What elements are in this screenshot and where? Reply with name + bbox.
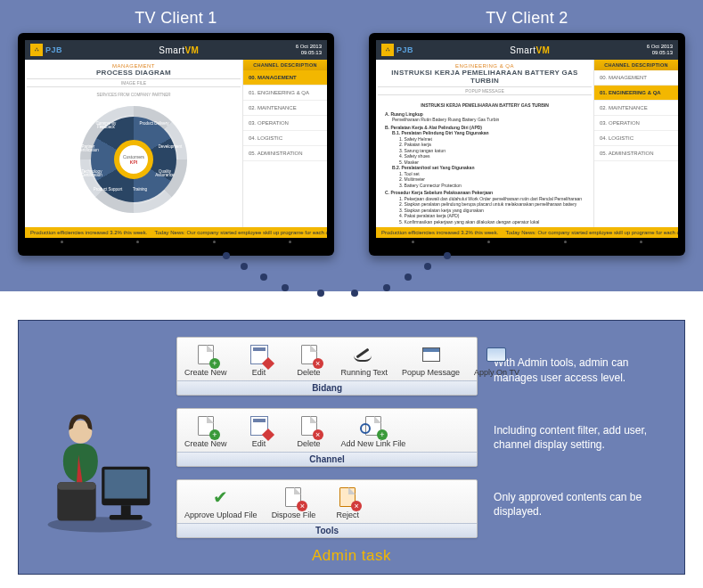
tv2-channel-list: CHANNEL DESCRIPTION 00. MANAGEMENT 01. E…	[593, 60, 678, 227]
admin-text: With Admin tools, admin can manages user…	[494, 355, 665, 384]
create-new-button[interactable]: +Create New	[177, 409, 234, 452]
channel-header: CHANNEL DESCRIPTION	[594, 60, 678, 70]
svg-rect-6	[57, 483, 95, 491]
doc-del-icon: ×	[298, 343, 321, 366]
tv-client-1: TV Client 1 ∴ PJB SmartVM 6 Oct 2013 09:…	[18, 9, 334, 256]
doc-link-icon: +	[362, 414, 385, 437]
channel-item[interactable]: 04. LOGISTIC	[594, 131, 678, 146]
button-label: Dispose File	[272, 510, 316, 519]
tv-clients-section: TV Client 1 ∴ PJB SmartVM 6 Oct 2013 09:…	[0, 0, 703, 291]
tv1-main: MANAGEMENT PROCESS DIAGRAM IMAGE FILE SE…	[25, 60, 242, 227]
doc-reject-icon: ×	[336, 486, 359, 509]
ring-outer-caption: SERVICES FROM COMPANY PARTNER	[96, 93, 170, 97]
toolbar-title: Bidang	[177, 380, 477, 395]
button-label: Delete	[291, 368, 327, 377]
check-icon: ✔	[209, 486, 233, 509]
pjb-logo-text: PJB	[396, 45, 413, 54]
tv2-caption: TV Client 2	[369, 9, 685, 28]
admin-text: Including content filter, add user, chan…	[494, 423, 665, 452]
channel-item[interactable]: 05. ADMINISTRATION	[243, 146, 327, 161]
tv2-subtitle: POPUP MESSAGE	[378, 86, 592, 95]
button-label: Popup Message	[402, 368, 460, 377]
toolbar-tools: ✔Approve Upload File×Dispose File×Reject…	[176, 479, 478, 538]
tv-hardware-buttons	[376, 238, 678, 243]
tv-client-2: TV Client 2 ∴ PJB SmartVM 6 Oct 2013 09:…	[369, 9, 685, 256]
doc-del-icon: ×	[298, 414, 321, 437]
dispose-file-button[interactable]: ×Dispose File	[265, 480, 323, 523]
channel-item[interactable]: 03. OPERATION	[594, 116, 678, 131]
tv2-screen: ∴ PJB SmartVM 6 Oct 2013 09:05:13 ENGINE…	[376, 40, 678, 238]
toolbar-title: Tools	[177, 523, 477, 537]
note-edit-icon	[248, 414, 271, 437]
popup-message-button[interactable]: Popup Message	[395, 338, 467, 380]
pjb-logo-icon: ∴	[381, 44, 394, 56]
button-label: Create New	[184, 439, 227, 448]
brand-label: SmartVM	[413, 45, 647, 55]
edit-button[interactable]: Edit	[234, 338, 284, 380]
add-new-link-file-button[interactable]: +Add New Link File	[334, 409, 413, 452]
process-ring-icon: Customers KPI Product Delivery Developme…	[80, 106, 187, 213]
note-edit-icon	[248, 343, 271, 366]
tv1-subtitle: IMAGE FILE	[27, 78, 241, 87]
tv2-ticker: Production efficiencies increased 3.2% t…	[376, 227, 678, 238]
svg-rect-2	[104, 470, 147, 498]
tv1-channel-list: CHANNEL DESCRIPTION 00. MANAGEMENT 01. E…	[242, 60, 327, 227]
admin-task-label: Admin task	[38, 547, 665, 565]
channel-item[interactable]: 02. MAINTENANCE	[594, 101, 678, 116]
admin-text: Only approved contents can be displayed.	[494, 490, 665, 519]
pjb-logo-text: PJB	[45, 45, 62, 54]
tv1-title: PROCESS DIAGRAM	[27, 69, 241, 77]
reject-button[interactable]: ×Reject	[323, 480, 372, 523]
pen-icon	[353, 343, 376, 366]
toolbar-channel: +Create NewEdit×Delete+Add New Link File…	[176, 408, 478, 467]
popup-icon	[420, 343, 443, 366]
tv1-ticker: Production efficiencies increased 3.2% t…	[25, 227, 327, 238]
upload-arrows	[0, 575, 703, 588]
button-label: Create New	[184, 368, 227, 377]
tv1-topbar: ∴ PJB SmartVM 6 Oct 2013 09:05:13	[25, 40, 327, 60]
channel-header: CHANNEL DESCRIPTION	[243, 60, 327, 70]
button-label: Edit	[241, 439, 277, 448]
toolbar-title: Channel	[177, 452, 477, 466]
approve-upload-file-button[interactable]: ✔Approve Upload File	[177, 480, 265, 523]
tv2-title: INSTRUKSI KERJA PEMELIHARAAN BATTERY GAS…	[378, 69, 592, 85]
create-new-button[interactable]: +Create New	[177, 338, 234, 380]
tv1-caption: TV Client 1	[18, 9, 334, 28]
tv-hardware-buttons	[25, 238, 327, 243]
channel-item[interactable]: 04. LOGISTIC	[243, 131, 327, 146]
tv2-frame: ∴ PJB SmartVM 6 Oct 2013 09:05:13 ENGINE…	[369, 33, 685, 256]
tv1-screen: ∴ PJB SmartVM 6 Oct 2013 09:05:13 MANAGE…	[25, 40, 327, 238]
datetime: 6 Oct 2013 09:05:13	[296, 44, 322, 55]
running-text-button[interactable]: Running Text	[334, 338, 395, 380]
doc-add-icon: +	[194, 343, 217, 366]
button-label: Approve Upload File	[184, 510, 257, 519]
delete-button[interactable]: ×Delete	[284, 409, 334, 452]
channel-item[interactable]: 00. MANAGEMENT	[243, 70, 327, 86]
svg-rect-3	[120, 506, 130, 516]
svg-rect-4	[109, 515, 142, 519]
button-label: Reject	[330, 510, 365, 519]
delete-button[interactable]: ×Delete	[284, 338, 334, 380]
button-label: Add New Link File	[341, 439, 406, 448]
datetime: 6 Oct 2013 09:05:13	[647, 44, 673, 55]
admin-descriptions: With Admin tools, admin can manages user…	[494, 337, 665, 538]
toolbar-bidang: +Create NewEdit×DeleteRunning TextPopup …	[176, 337, 478, 396]
edit-button[interactable]: Edit	[234, 409, 284, 452]
button-label: Delete	[291, 439, 327, 448]
ring-core: Customers KPI	[114, 140, 153, 179]
channel-item[interactable]: 01. ENGINEERING & QA	[594, 86, 678, 101]
button-label: Running Text	[341, 368, 388, 377]
tv2-main: ENGINEERING & QA INSTRUKSI KERJA PEMELIH…	[376, 60, 593, 227]
channel-item[interactable]: 00. MANAGEMENT	[594, 70, 678, 86]
channel-item[interactable]: 05. ADMINISTRATION	[594, 146, 678, 161]
channel-item[interactable]: 01. ENGINEERING & QA	[243, 86, 327, 101]
doc-add-icon: +	[194, 414, 217, 437]
tv1-frame: ∴ PJB SmartVM 6 Oct 2013 09:05:13 MANAGE…	[18, 33, 334, 256]
doc-del-icon: ×	[282, 486, 305, 509]
channel-item[interactable]: 02. MAINTENANCE	[243, 101, 327, 116]
pjb-logo-icon: ∴	[30, 44, 43, 56]
tv-icon	[485, 343, 508, 366]
channel-item[interactable]: 03. OPERATION	[243, 116, 327, 131]
admin-toolbars: +Create NewEdit×DeleteRunning TextPopup …	[176, 337, 478, 538]
tv2-topbar: ∴ PJB SmartVM 6 Oct 2013 09:05:13	[376, 40, 678, 60]
